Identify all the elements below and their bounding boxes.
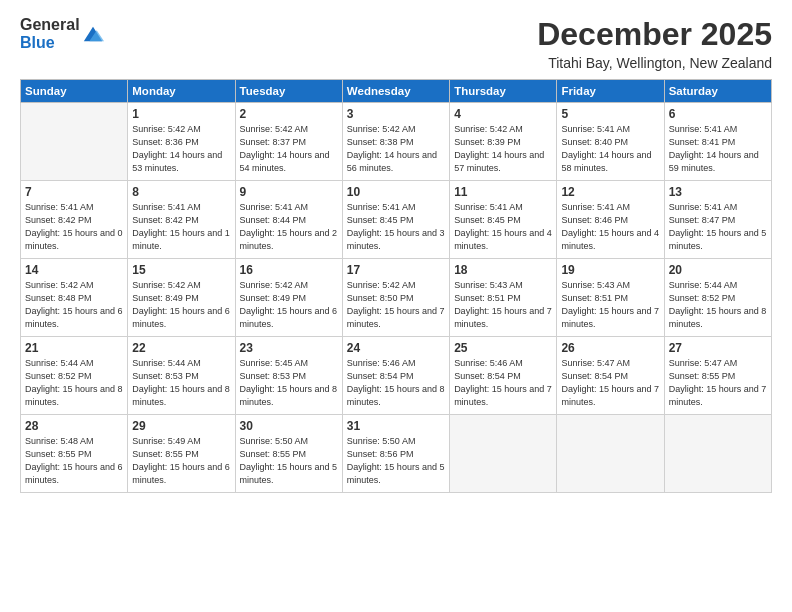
day-number: 17 [347,263,445,277]
day-number: 18 [454,263,552,277]
calendar-day: 13Sunrise: 5:41 AMSunset: 8:47 PMDayligh… [664,181,771,259]
day-detail: Sunrise: 5:44 AMSunset: 8:52 PMDaylight:… [669,279,767,331]
day-number: 3 [347,107,445,121]
calendar-day: 17Sunrise: 5:42 AMSunset: 8:50 PMDayligh… [342,259,449,337]
day-number: 8 [132,185,230,199]
day-detail: Sunrise: 5:41 AMSunset: 8:46 PMDaylight:… [561,201,659,253]
calendar-week-0: 1Sunrise: 5:42 AMSunset: 8:36 PMDaylight… [21,103,772,181]
day-detail: Sunrise: 5:42 AMSunset: 8:48 PMDaylight:… [25,279,123,331]
day-detail: Sunrise: 5:50 AMSunset: 8:56 PMDaylight:… [347,435,445,487]
main-title: December 2025 [537,16,772,53]
day-detail: Sunrise: 5:46 AMSunset: 8:54 PMDaylight:… [454,357,552,409]
col-monday: Monday [128,80,235,103]
calendar-week-2: 14Sunrise: 5:42 AMSunset: 8:48 PMDayligh… [21,259,772,337]
logo: General Blue [20,16,104,51]
day-detail: Sunrise: 5:42 AMSunset: 8:37 PMDaylight:… [240,123,338,175]
calendar-day: 30Sunrise: 5:50 AMSunset: 8:55 PMDayligh… [235,415,342,493]
day-detail: Sunrise: 5:42 AMSunset: 8:49 PMDaylight:… [240,279,338,331]
day-detail: Sunrise: 5:44 AMSunset: 8:53 PMDaylight:… [132,357,230,409]
calendar-day: 14Sunrise: 5:42 AMSunset: 8:48 PMDayligh… [21,259,128,337]
calendar-day: 27Sunrise: 5:47 AMSunset: 8:55 PMDayligh… [664,337,771,415]
subtitle: Titahi Bay, Wellington, New Zealand [537,55,772,71]
day-detail: Sunrise: 5:48 AMSunset: 8:55 PMDaylight:… [25,435,123,487]
day-number: 22 [132,341,230,355]
logo-general: General [20,16,80,34]
calendar-day [664,415,771,493]
day-number: 24 [347,341,445,355]
day-detail: Sunrise: 5:42 AMSunset: 8:49 PMDaylight:… [132,279,230,331]
day-detail: Sunrise: 5:47 AMSunset: 8:55 PMDaylight:… [669,357,767,409]
day-number: 16 [240,263,338,277]
day-number: 1 [132,107,230,121]
day-number: 14 [25,263,123,277]
day-detail: Sunrise: 5:46 AMSunset: 8:54 PMDaylight:… [347,357,445,409]
day-detail: Sunrise: 5:42 AMSunset: 8:36 PMDaylight:… [132,123,230,175]
day-detail: Sunrise: 5:42 AMSunset: 8:38 PMDaylight:… [347,123,445,175]
day-detail: Sunrise: 5:43 AMSunset: 8:51 PMDaylight:… [561,279,659,331]
calendar-day: 10Sunrise: 5:41 AMSunset: 8:45 PMDayligh… [342,181,449,259]
calendar-day: 19Sunrise: 5:43 AMSunset: 8:51 PMDayligh… [557,259,664,337]
day-detail: Sunrise: 5:41 AMSunset: 8:45 PMDaylight:… [347,201,445,253]
day-detail: Sunrise: 5:41 AMSunset: 8:44 PMDaylight:… [240,201,338,253]
col-tuesday: Tuesday [235,80,342,103]
calendar-day: 7Sunrise: 5:41 AMSunset: 8:42 PMDaylight… [21,181,128,259]
col-wednesday: Wednesday [342,80,449,103]
calendar-day: 11Sunrise: 5:41 AMSunset: 8:45 PMDayligh… [450,181,557,259]
day-detail: Sunrise: 5:41 AMSunset: 8:42 PMDaylight:… [25,201,123,253]
day-detail: Sunrise: 5:41 AMSunset: 8:45 PMDaylight:… [454,201,552,253]
day-number: 25 [454,341,552,355]
calendar-day: 5Sunrise: 5:41 AMSunset: 8:40 PMDaylight… [557,103,664,181]
calendar-day: 8Sunrise: 5:41 AMSunset: 8:42 PMDaylight… [128,181,235,259]
day-number: 15 [132,263,230,277]
page: General Blue December 2025 Titahi Bay, W… [0,0,792,612]
calendar-header-row: Sunday Monday Tuesday Wednesday Thursday… [21,80,772,103]
col-friday: Friday [557,80,664,103]
calendar-day [21,103,128,181]
header: General Blue December 2025 Titahi Bay, W… [20,16,772,71]
col-thursday: Thursday [450,80,557,103]
day-detail: Sunrise: 5:44 AMSunset: 8:52 PMDaylight:… [25,357,123,409]
calendar-day: 2Sunrise: 5:42 AMSunset: 8:37 PMDaylight… [235,103,342,181]
calendar-day: 9Sunrise: 5:41 AMSunset: 8:44 PMDaylight… [235,181,342,259]
calendar-day: 18Sunrise: 5:43 AMSunset: 8:51 PMDayligh… [450,259,557,337]
calendar: Sunday Monday Tuesday Wednesday Thursday… [20,79,772,493]
day-detail: Sunrise: 5:41 AMSunset: 8:42 PMDaylight:… [132,201,230,253]
day-detail: Sunrise: 5:42 AMSunset: 8:50 PMDaylight:… [347,279,445,331]
calendar-day: 21Sunrise: 5:44 AMSunset: 8:52 PMDayligh… [21,337,128,415]
day-detail: Sunrise: 5:41 AMSunset: 8:41 PMDaylight:… [669,123,767,175]
calendar-day: 16Sunrise: 5:42 AMSunset: 8:49 PMDayligh… [235,259,342,337]
day-detail: Sunrise: 5:43 AMSunset: 8:51 PMDaylight:… [454,279,552,331]
logo-text: General Blue [20,16,80,51]
day-detail: Sunrise: 5:45 AMSunset: 8:53 PMDaylight:… [240,357,338,409]
day-number: 2 [240,107,338,121]
day-number: 7 [25,185,123,199]
day-number: 9 [240,185,338,199]
day-number: 20 [669,263,767,277]
calendar-day: 25Sunrise: 5:46 AMSunset: 8:54 PMDayligh… [450,337,557,415]
calendar-week-1: 7Sunrise: 5:41 AMSunset: 8:42 PMDaylight… [21,181,772,259]
calendar-day: 1Sunrise: 5:42 AMSunset: 8:36 PMDaylight… [128,103,235,181]
logo-icon [82,23,104,45]
calendar-day: 26Sunrise: 5:47 AMSunset: 8:54 PMDayligh… [557,337,664,415]
calendar-day: 4Sunrise: 5:42 AMSunset: 8:39 PMDaylight… [450,103,557,181]
calendar-day: 6Sunrise: 5:41 AMSunset: 8:41 PMDaylight… [664,103,771,181]
day-number: 30 [240,419,338,433]
calendar-day: 12Sunrise: 5:41 AMSunset: 8:46 PMDayligh… [557,181,664,259]
calendar-day: 20Sunrise: 5:44 AMSunset: 8:52 PMDayligh… [664,259,771,337]
calendar-day: 23Sunrise: 5:45 AMSunset: 8:53 PMDayligh… [235,337,342,415]
day-number: 28 [25,419,123,433]
day-number: 10 [347,185,445,199]
calendar-day: 3Sunrise: 5:42 AMSunset: 8:38 PMDaylight… [342,103,449,181]
day-number: 29 [132,419,230,433]
calendar-day: 28Sunrise: 5:48 AMSunset: 8:55 PMDayligh… [21,415,128,493]
day-number: 23 [240,341,338,355]
day-number: 31 [347,419,445,433]
title-block: December 2025 Titahi Bay, Wellington, Ne… [537,16,772,71]
calendar-day: 22Sunrise: 5:44 AMSunset: 8:53 PMDayligh… [128,337,235,415]
calendar-week-3: 21Sunrise: 5:44 AMSunset: 8:52 PMDayligh… [21,337,772,415]
calendar-week-4: 28Sunrise: 5:48 AMSunset: 8:55 PMDayligh… [21,415,772,493]
calendar-day: 15Sunrise: 5:42 AMSunset: 8:49 PMDayligh… [128,259,235,337]
logo-blue: Blue [20,34,80,52]
day-number: 11 [454,185,552,199]
calendar-day: 29Sunrise: 5:49 AMSunset: 8:55 PMDayligh… [128,415,235,493]
